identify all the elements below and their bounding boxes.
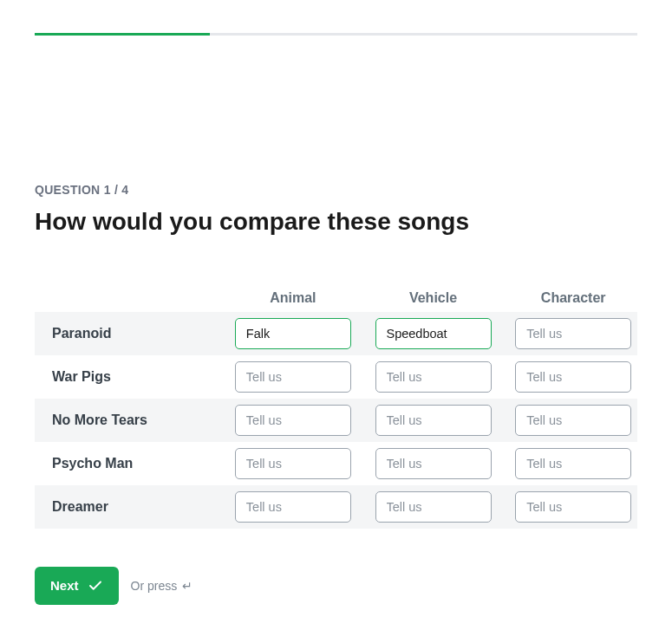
table-row: Psycho Man [35,442,637,485]
enter-key-icon: ↵ [182,579,192,593]
question-number: QUESTION 1 / 4 [35,183,637,197]
matrix-cell-input[interactable] [375,491,492,523]
matrix-cell-input[interactable] [235,405,351,436]
progress-bar-track [35,33,637,36]
matrix-cell-input[interactable] [375,361,492,393]
progress-bar-fill [35,33,210,36]
matrix-header-row: . Animal Vehicle Character [35,290,637,312]
matrix-cell-input[interactable] [515,491,631,523]
column-header: Animal [270,290,316,306]
footer: Next Or press ↵ [35,567,637,605]
hint-prefix: Or press [131,579,178,593]
row-label: Psycho Man [52,456,217,471]
matrix-cell-input[interactable] [375,318,492,349]
check-icon [88,578,103,594]
row-label: Dreamer [52,499,217,515]
matrix-cell-input[interactable] [515,318,631,349]
matrix-cell-input[interactable] [235,361,351,393]
next-button-label: Next [50,578,79,593]
table-row: Dreamer [35,485,637,529]
table-row: War Pigs [35,355,637,399]
column-header: Vehicle [409,290,457,306]
next-button[interactable]: Next [35,567,119,605]
matrix-cell-input[interactable] [515,361,631,393]
matrix-cell-input[interactable] [235,448,351,479]
row-label: Paranoid [52,326,217,341]
row-label: War Pigs [52,369,217,385]
matrix-cell-input[interactable] [235,318,351,349]
keyboard-hint: Or press ↵ [131,579,193,593]
table-row: Paranoid [35,312,637,355]
matrix-cell-input[interactable] [375,405,492,436]
matrix-cell-input[interactable] [515,448,631,479]
question-title: How would you compare these songs [35,207,637,237]
table-row: No More Tears [35,399,637,442]
matrix-cell-input[interactable] [375,448,492,479]
column-header: Character [541,290,606,306]
matrix-cell-input[interactable] [235,491,351,523]
matrix-grid: . Animal Vehicle Character Paranoid War … [35,290,637,529]
matrix-cell-input[interactable] [515,405,631,436]
row-label: No More Tears [52,412,217,428]
